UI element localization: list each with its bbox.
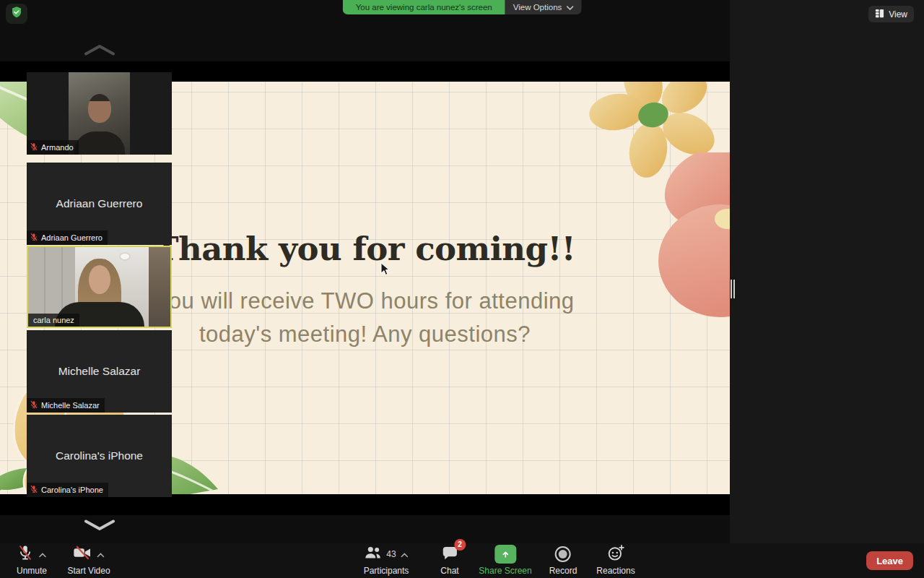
muted-mic-icon xyxy=(30,233,38,243)
participant-label: Michelle Salazar xyxy=(27,398,105,413)
record-icon xyxy=(555,546,571,562)
muted-mic-icon xyxy=(30,400,38,410)
share-screen-icon xyxy=(494,545,516,564)
mouse-cursor xyxy=(380,262,391,279)
view-layout-button[interactable]: View xyxy=(868,6,914,22)
chat-icon: 2 xyxy=(441,545,458,564)
chat-button[interactable]: 2 Chat xyxy=(440,545,458,576)
participant-tile-michelle[interactable]: Michelle Salazar Michelle Salazar xyxy=(27,330,172,413)
view-options-button[interactable]: View Options xyxy=(505,0,582,14)
record-button[interactable]: Record xyxy=(549,545,578,576)
participant-tile-carolina[interactable]: Carolina's iPhone Carolina's iPhone xyxy=(27,415,172,497)
pane-resize-handle[interactable] xyxy=(731,280,735,298)
participant-tile-armando[interactable]: Armando xyxy=(27,72,172,155)
scroll-up-chevron[interactable] xyxy=(84,43,116,56)
shield-check-icon xyxy=(10,5,23,22)
participant-tile-adriaan[interactable]: Adriaan Guerrero Adriaan Guerrero xyxy=(27,163,172,245)
muted-mic-icon xyxy=(17,544,34,564)
video-off-icon xyxy=(73,544,92,564)
security-button[interactable] xyxy=(6,4,27,24)
participant-label: carla nunez xyxy=(28,314,79,327)
participants-count: 43 xyxy=(386,549,396,559)
muted-mic-icon xyxy=(30,142,38,152)
participant-label: Adriaan Guerrero xyxy=(27,230,108,245)
start-video-button[interactable]: Start Video xyxy=(67,545,110,576)
participants-sidebar xyxy=(730,0,924,543)
reactions-button[interactable]: Reactions xyxy=(596,545,635,576)
scroll-down-chevron[interactable] xyxy=(84,519,116,532)
chevron-down-icon xyxy=(566,3,573,12)
participant-label: Armando xyxy=(27,140,79,155)
participant-label: Carolina's iPhone xyxy=(27,483,108,497)
leave-button[interactable]: Leave xyxy=(866,551,913,570)
video-menu-caret[interactable] xyxy=(97,548,105,561)
banner-text: You are viewing carla nunez's screen xyxy=(343,0,505,14)
reactions-smiley-icon xyxy=(607,544,625,565)
participant-tile-carla-active-speaker[interactable]: carla nunez xyxy=(27,246,172,328)
participants-menu-caret[interactable] xyxy=(401,548,409,561)
unmute-button[interactable]: Unmute xyxy=(17,545,47,576)
layout-grid-icon xyxy=(875,9,884,20)
muted-mic-icon xyxy=(30,485,38,495)
screen-share-banner: You are viewing carla nunez's screen Vie… xyxy=(343,0,582,14)
participants-icon xyxy=(363,545,382,564)
unmute-menu-caret[interactable] xyxy=(38,548,47,561)
share-screen-button[interactable]: Share Screen xyxy=(479,545,531,576)
chat-unread-badge: 2 xyxy=(454,539,466,551)
participants-button[interactable]: 43 Participants xyxy=(363,545,409,576)
